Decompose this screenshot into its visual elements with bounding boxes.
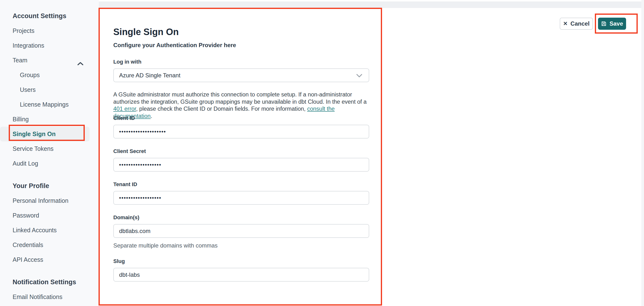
sidebar-item-single-sign-on[interactable]: Single Sign On [0, 127, 90, 142]
sidebar-item-integrations[interactable]: Integrations [0, 38, 99, 53]
top-gray-band [99, 1, 644, 8]
slug-group: Slug [113, 258, 369, 282]
sidebar-item-password[interactable]: Password [0, 208, 99, 223]
save-button-label: Save [610, 20, 623, 27]
sidebar-heading-your-profile: Your Profile [0, 179, 99, 193]
page-title: Single Sign On [113, 27, 179, 37]
link-401-error[interactable]: 401 error [113, 106, 136, 112]
tenant-id-label: Tenant ID [113, 181, 369, 187]
client-id-label: Client ID [113, 115, 369, 121]
sidebar-item-billing[interactable]: Billing [0, 112, 99, 127]
sidebar-item-credentials[interactable]: Credentials [0, 238, 99, 252]
notice-text-2: , please check the Client ID or Domain f… [136, 106, 307, 112]
slug-input[interactable] [113, 268, 369, 282]
client-secret-input[interactable] [113, 158, 369, 172]
sidebar-item-projects[interactable]: Projects [0, 23, 99, 38]
settings-sidebar: Account Settings Projects Integrations T… [0, 0, 99, 306]
sidebar-item-team[interactable]: Team [0, 53, 99, 68]
tenant-id-group: Tenant ID [113, 181, 369, 205]
sidebar-item-license-mappings[interactable]: License Mappings [0, 97, 99, 112]
client-id-input[interactable] [113, 125, 369, 139]
client-id-group: Client ID [113, 115, 369, 139]
sidebar-item-api-access[interactable]: API Access [0, 252, 99, 267]
login-with-group: Log in with Azure AD Single Tenant [113, 59, 369, 82]
client-secret-group: Client Secret [113, 148, 369, 172]
domains-input[interactable] [113, 224, 369, 238]
single-sign-on-panel: Single Sign On Configure your Authentica… [99, 8, 641, 306]
login-with-label: Log in with [113, 59, 369, 65]
sidebar-heading-account-settings: Account Settings [0, 9, 99, 23]
login-with-select[interactable]: Azure AD Single Tenant [113, 68, 369, 82]
sidebar-item-team-label: Team [12, 57, 27, 64]
sidebar-item-linked-accounts[interactable]: Linked Accounts [0, 223, 99, 238]
cancel-button[interactable]: ✕ Cancel [560, 18, 593, 30]
sidebar-heading-notification-settings: Notification Settings [0, 275, 99, 290]
save-button[interactable]: Save [598, 18, 626, 30]
client-secret-label: Client Secret [113, 148, 369, 154]
slug-label: Slug [113, 258, 369, 264]
domains-helper-text: Separate multiple domains with commas [113, 242, 369, 249]
domains-group: Domain(s) Separate multiple domains with… [113, 214, 369, 249]
chevron-down-icon [356, 73, 362, 80]
sidebar-item-service-tokens[interactable]: Service Tokens [0, 142, 99, 156]
sidebar-item-email-notifications[interactable]: Email Notifications [0, 290, 99, 304]
sidebar-item-personal-information[interactable]: Personal Information [0, 193, 99, 208]
domains-label: Domain(s) [113, 214, 369, 221]
login-with-value: Azure AD Single Tenant [119, 72, 180, 79]
tenant-id-input[interactable] [113, 191, 369, 205]
sidebar-item-users[interactable]: Users [0, 82, 99, 97]
notice-text-1: A GSuite administrator must authorize th… [113, 91, 366, 105]
close-icon: ✕ [563, 20, 568, 27]
cancel-button-label: Cancel [570, 20, 590, 27]
save-floppy-icon [601, 21, 607, 27]
page-subtitle: Configure your Authentication Provider h… [113, 42, 236, 49]
sidebar-item-audit-log[interactable]: Audit Log [0, 156, 99, 171]
right-gutter [641, 0, 644, 306]
sidebar-item-groups[interactable]: Groups [0, 68, 99, 82]
